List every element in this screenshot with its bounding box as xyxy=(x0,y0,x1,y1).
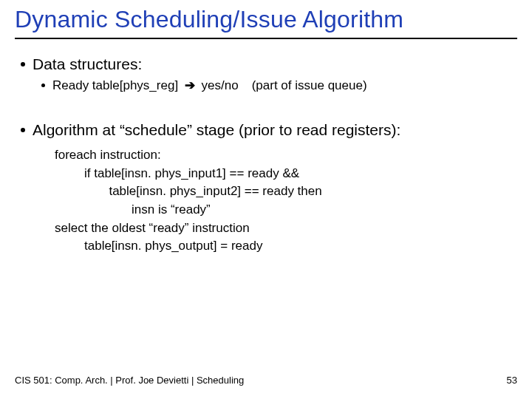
footer-left: CIS 501: Comp. Arch. | Prof. Joe Deviett… xyxy=(15,375,244,386)
code-line: if table[insn. phys_input1] == ready && xyxy=(55,165,517,183)
code-line: table[insn. phys_input2] == ready then xyxy=(55,183,517,201)
bullet-dot-icon xyxy=(21,62,25,66)
ready-table-mid: yes/no xyxy=(198,78,239,92)
ready-table-pre: Ready table[phys_reg] xyxy=(52,78,182,92)
slide-footer: CIS 501: Comp. Arch. | Prof. Joe Deviett… xyxy=(15,375,517,386)
bullet-text: Algorithm at “schedule” stage (prior to … xyxy=(33,121,400,139)
arrow-right-icon: ➔ xyxy=(182,78,198,92)
bullet-dot-icon xyxy=(21,128,25,132)
ready-table-note: (part of issue queue) xyxy=(239,78,367,92)
slide: Dynamic Scheduling/Issue Algorithm Data … xyxy=(0,0,532,399)
code-line: table[insn. phys_output] = ready xyxy=(55,237,517,256)
code-line: insn is “ready” xyxy=(55,201,517,219)
page-number: 53 xyxy=(507,375,517,386)
bullet-ready-table: Ready table[phys_reg] ➔ yes/no(part of i… xyxy=(41,78,517,93)
code-line: foreach instruction: xyxy=(55,146,517,165)
bullet-text: Ready table[phys_reg] ➔ yes/no(part of i… xyxy=(52,78,367,93)
algorithm-pseudocode: foreach instruction: if table[insn. phys… xyxy=(55,146,517,256)
spacer xyxy=(15,96,517,117)
bullet-data-structures: Data structures: xyxy=(21,55,517,73)
bullet-algorithm: Algorithm at “schedule” stage (prior to … xyxy=(21,121,517,139)
slide-title: Dynamic Scheduling/Issue Algorithm xyxy=(15,6,517,39)
code-line: select the oldest “ready” instruction xyxy=(55,219,517,238)
bullet-dot-icon xyxy=(41,83,45,87)
bullet-text: Data structures: xyxy=(33,55,142,73)
